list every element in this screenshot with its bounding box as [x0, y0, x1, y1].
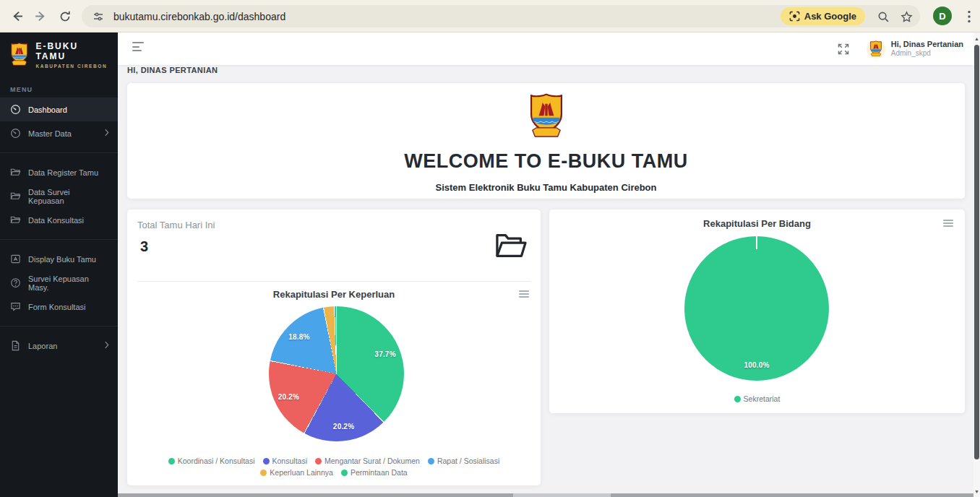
sidebar: E-BUKU TAMU KABUPATEN CIREBON MENU Dashb… [0, 33, 118, 497]
fullscreen-icon [838, 43, 849, 55]
ask-google-label: Ask Google [804, 11, 856, 22]
vertical-scrollbar-thumb[interactable] [974, 45, 979, 459]
legend-item[interactable]: Sekretariat [734, 394, 781, 403]
stat-value: 3 [140, 238, 148, 255]
chart-menu-button[interactable] [519, 290, 529, 299]
sidebar-item-data-survei-kepuasan[interactable]: Data Survei Kepuasan [0, 184, 118, 208]
folder-icon [10, 167, 21, 178]
site-settings-icon[interactable] [90, 9, 106, 25]
chart-title-bidang: Rekapitulasi Per Bidang [549, 218, 965, 229]
sidebar-item-master-data[interactable]: Master Data [0, 121, 118, 145]
fullscreen-button[interactable] [838, 43, 849, 55]
back-arrow-icon [11, 10, 23, 22]
zoom-icon[interactable] [875, 9, 891, 25]
browser-toolbar: bukutamu.cirebonkab.go.id/dashboard Ask … [0, 0, 980, 33]
user-menu[interactable]: Hi, Dinas Pertanian Admin_skpd [867, 40, 963, 59]
legend-label: Keperluan Lainnya [270, 468, 333, 477]
horizontal-scrollbar[interactable] [118, 493, 973, 497]
legend-item[interactable]: Mengantar Surat / Dokumen [315, 457, 420, 465]
legend-item[interactable]: Konsultasi [263, 457, 307, 465]
sidebar-item-label: Data Konsultasi [28, 216, 84, 225]
google-lens-icon [789, 11, 800, 22]
horizontal-scrollbar-thumb[interactable] [513, 493, 611, 497]
pie-chart-bidang[interactable]: 100.0% [684, 236, 829, 381]
legend-marker [428, 458, 434, 464]
browser-menu-button[interactable] [961, 5, 977, 27]
legend-label: Koordinasi / Konsultasi [178, 457, 255, 465]
reload-icon [59, 11, 71, 22]
bidang-card: Rekapitulasi Per Bidang 100.0% Sekretari… [549, 209, 965, 413]
pie-slice-label: 100.0% [744, 361, 769, 369]
chevron-right-icon [104, 129, 109, 138]
pie-slice-label: 20.2% [278, 392, 299, 400]
user-greeting: Hi, Dinas Pertanian [891, 40, 963, 49]
welcome-card: WELCOME TO E-BUKU TAMU Sistem Elektronik… [127, 83, 965, 199]
welcome-subtitle: Sistem Elektronik Buku Tamu Kabupaten Ci… [127, 182, 965, 193]
pie-slice-label: 18.8% [288, 332, 309, 340]
app-header: Hi, Dinas Pertanian Admin_skpd [118, 33, 973, 65]
pie-slice-label: 37.7% [374, 350, 395, 358]
sidebar-item-laporan[interactable]: Laporan [0, 334, 118, 358]
pie-slice-label: 20.2% [333, 422, 354, 430]
chart-title-keperluan: Rekapitulasi Per Keperluan [127, 289, 541, 300]
legend-label: Sekretariat [744, 394, 781, 403]
sidebar-item-label: Laporan [28, 342, 57, 350]
legend-label: Rapat / Sosialisasi [437, 457, 499, 465]
chat-dots-icon [10, 301, 21, 312]
sidebar-item-label: Form Konsultasi [28, 303, 85, 311]
page-title: HI, DINAS PERTANIAN [127, 66, 218, 74]
chevron-right-icon [104, 341, 109, 350]
legend-label: Mengantar Surat / Dokumen [324, 457, 420, 465]
bookmark-star-icon[interactable] [898, 9, 914, 25]
cirebon-crest-logo-icon [9, 42, 30, 68]
stat-label: Total Tamu Hari Ini [137, 220, 215, 230]
legend-marker [315, 458, 322, 464]
brand[interactable]: E-BUKU TAMU KABUPATEN CIREBON [0, 33, 118, 79]
legend-item[interactable]: Keperluan Lainnya [260, 468, 333, 477]
legend-marker [168, 458, 175, 464]
forward-arrow-icon [35, 10, 47, 22]
sidebar-toggle-button[interactable] [132, 42, 147, 55]
browser-forward-button[interactable] [30, 5, 52, 27]
legend-marker [260, 470, 267, 476]
user-avatar [867, 40, 885, 59]
sidebar-item-label: Data Survei Kepuasan [28, 188, 108, 205]
vertical-scrollbar[interactable]: ▲ ▼ [973, 33, 980, 497]
open-folder-icon [494, 230, 528, 263]
browser-back-button[interactable] [6, 5, 28, 27]
legend-marker [734, 396, 741, 402]
menu-section-label: MENU [0, 79, 118, 98]
gauge-icon [10, 128, 21, 139]
scroll-up-arrow-icon[interactable]: ▲ [973, 35, 980, 42]
welcome-logo [127, 92, 965, 144]
url-text[interactable]: bukutamu.cirebonkab.go.id/dashboard [113, 11, 285, 22]
sidebar-item-label: Survei Kepuasan Masy. [28, 275, 108, 292]
url-bar[interactable]: bukutamu.cirebonkab.go.id/dashboard Ask … [82, 5, 920, 27]
welcome-title: WELCOME TO E-BUKU TAMU [127, 150, 965, 173]
display-card-icon [10, 254, 21, 264]
pie-chart-keperluan[interactable]: 37.7%20.2%20.2%18.8% [269, 306, 404, 441]
sidebar-item-form-konsultasi[interactable]: Form Konsultasi [0, 295, 118, 319]
profile-initial: D [939, 11, 945, 22]
browser-reload-button[interactable] [53, 5, 76, 27]
sidebar-item-survei-kepuasan-masy[interactable]: Survei Kepuasan Masy. [0, 271, 118, 295]
sidebar-item-dashboard[interactable]: Dashboard [0, 98, 118, 121]
ask-google-chip[interactable]: Ask Google [781, 7, 865, 25]
kebab-menu-icon [968, 10, 971, 23]
scroll-down-arrow-icon[interactable]: ▼ [973, 488, 980, 495]
sidebar-item-display-buku-tamu[interactable]: Display Buku Tamu [0, 247, 118, 271]
brand-title: E-BUKU TAMU [35, 41, 111, 61]
sidebar-item-data-konsultasi[interactable]: Data Konsultasi [0, 208, 118, 232]
divider [137, 281, 530, 282]
main-content: Hi, Dinas Pertanian Admin_skpd HI, DINAS… [118, 33, 973, 497]
legend-label: Konsultasi [272, 457, 307, 465]
chart-menu-button[interactable] [943, 220, 953, 228]
cirebon-crest-avatar-icon [869, 40, 883, 58]
browser-profile-avatar[interactable]: D [933, 7, 952, 25]
legend-item[interactable]: Rapat / Sosialisasi [428, 457, 499, 465]
legend-item[interactable]: Permintaan Data [341, 468, 408, 477]
legend-item[interactable]: Koordinasi / Konsultasi [168, 457, 255, 465]
keperluan-card: Total Tamu Hari Ini 3 Rekapitulasi Per K… [127, 209, 541, 485]
sidebar-item-data-register-tamu[interactable]: Data Register Tamu [0, 160, 118, 184]
legend-marker [341, 470, 348, 476]
